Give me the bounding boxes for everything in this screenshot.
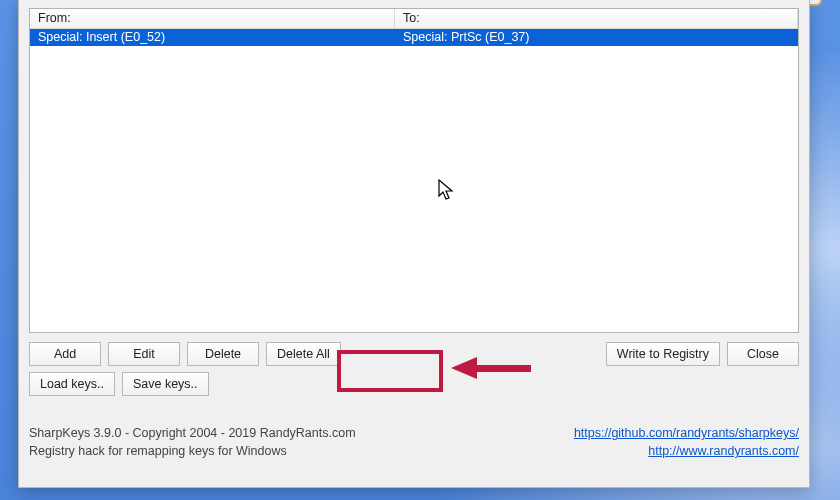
footer-link-github[interactable]: https://github.com/randyrants/sharpkeys/ <box>574 426 799 440</box>
list-header: From: To: <box>30 9 798 29</box>
key-mapping-list[interactable]: From: To: Special: Insert (E0_52) Specia… <box>29 8 799 333</box>
load-keys-button[interactable]: Load keys.. <box>29 372 115 396</box>
button-row-2: Load keys.. Save keys.. <box>29 372 799 396</box>
col-header-from[interactable]: From: <box>30 9 395 29</box>
write-registry-button[interactable]: Write to Registry <box>606 342 720 366</box>
button-row-1: Add Edit Delete Delete All Write to Regi… <box>29 342 799 366</box>
delete-all-button[interactable]: Delete All <box>266 342 341 366</box>
list-cell-from: Special: Insert (E0_52) <box>30 29 395 46</box>
col-header-to[interactable]: To: <box>395 9 798 29</box>
footer-tagline: Registry hack for remapping keys for Win… <box>29 442 539 460</box>
list-row[interactable]: Special: Insert (E0_52) Special: PrtSc (… <box>30 29 798 46</box>
sharpkeys-window: From: To: Special: Insert (E0_52) Specia… <box>18 0 810 488</box>
footer: SharpKeys 3.9.0 - Copyright 2004 - 2019 … <box>29 424 799 460</box>
add-button[interactable]: Add <box>29 342 101 366</box>
footer-link-website[interactable]: http://www.randyrants.com/ <box>648 444 799 458</box>
delete-button[interactable]: Delete <box>187 342 259 366</box>
save-keys-button[interactable]: Save keys.. <box>122 372 209 396</box>
list-cell-to: Special: PrtSc (E0_37) <box>395 29 798 46</box>
footer-copyright: SharpKeys 3.9.0 - Copyright 2004 - 2019 … <box>29 424 539 442</box>
close-button[interactable]: Close <box>727 342 799 366</box>
edit-button[interactable]: Edit <box>108 342 180 366</box>
